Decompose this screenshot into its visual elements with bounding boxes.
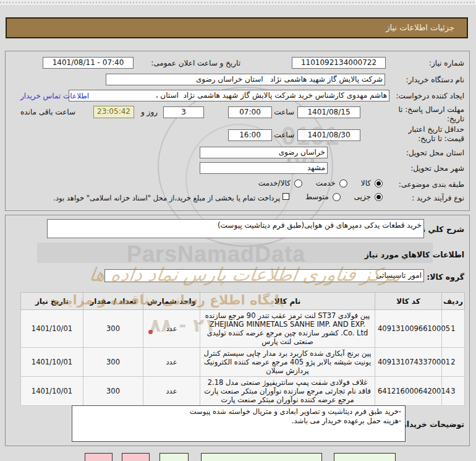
cell-unit: عدد: [143, 310, 200, 348]
goods-table-header-row: ردیف کد کالا نام کالا واحد شمارش تعداد /…: [21, 293, 465, 310]
need-number-field[interactable]: 1101092134000722: [292, 57, 386, 69]
classification-label: طبقه بندی موضوعی:: [399, 180, 464, 189]
goods-table: ردیف کد کالا نام کالا واحد شمارش تعداد /…: [20, 292, 465, 406]
cell-goods-code: 4091310096610005: [375, 310, 442, 348]
reply-deadline-label-line2: تاریخ:: [447, 114, 464, 123]
cell-goods-name: پین فولادی ST37 لنت ترمز عقب تندر 90 مرج…: [200, 310, 375, 348]
reply-deadline-hour-label: ساعت: [274, 108, 294, 116]
cell-unit: عدد: [143, 377, 200, 406]
col-header-row-number: ردیف: [442, 293, 465, 310]
reply-deadline-time-field[interactable]: 07:00: [228, 106, 272, 118]
action-button-5[interactable]: [334, 453, 396, 461]
delivery-city-label: شهر محل تحویل:: [410, 164, 464, 173]
request-creator-field[interactable]: هاشم مهدوی کارشناس خرید شرکت پالایش گاز …: [69, 90, 389, 101]
buyer-notes-label: توضیحات خریدار:: [399, 420, 464, 429]
goods-group-field[interactable]: امور تاسیساتی: [104, 269, 424, 282]
remaining-days-field[interactable]: 3: [163, 106, 204, 118]
days-and-label: روز و: [141, 108, 158, 116]
process-type-radio-minor[interactable]: [375, 193, 383, 201]
goods-group-label: گروه کالا:: [427, 272, 464, 282]
buyer-org-label: نام دستگاه خریدار:: [406, 75, 465, 84]
price-validity-date-field[interactable]: 1401/08/30: [297, 129, 360, 141]
col-header-quantity: تعداد / مقدار: [83, 293, 143, 310]
table-row: 3 6412160006420014 غلاف فولادی شفت پمپ س…: [21, 377, 465, 406]
process-type-option-minor-label: جزیی: [354, 192, 371, 201]
need-desc-field[interactable]: خرید قطعات یدکی دمپرهای فن هوایی(طبق فرم…: [47, 219, 424, 238]
goods-info-box: شرح کلي نیاز: خرید قطعات یدکی دمپرهای فن…: [5, 215, 470, 446]
countdown-timer: 23:05:42: [93, 106, 134, 118]
goods-section-header: اطلاعات کالاهاي مورد نیاز: [365, 250, 464, 259]
cell-quantity: 300: [83, 348, 143, 377]
cell-goods-name: غلاف فولادی شفت پمپ سانتریفیوژ صنعتی مدل…: [200, 377, 375, 406]
announce-datetime-field[interactable]: 1401/08/11 - 07:40: [43, 57, 134, 69]
delivery-province-field[interactable]: خراسان رضوی: [200, 147, 328, 158]
action-button-2[interactable]: [122, 453, 150, 461]
cell-quantity: 300: [83, 310, 143, 348]
table-row: 1 4091310096610005 پین فولادی ST37 لنت ت…: [21, 310, 465, 348]
buyer-contact-link[interactable]: اطلاعات تماس خریدار: [20, 92, 89, 100]
classification-option-goods-label: کالا: [361, 179, 371, 187]
announce-datetime-label: تاریخ و ساعت اعلان عمومی:: [151, 59, 240, 67]
classification-radio-service[interactable]: [339, 179, 347, 187]
process-type-label: نوع فرآیند خرید :: [412, 194, 464, 202]
process-type-option-medium-label: متوسط: [305, 192, 329, 201]
price-validity-time-field[interactable]: 16:00: [228, 129, 272, 141]
page-title: جزئیات اطلاعات نیاز: [6, 17, 468, 38]
cell-goods-name: پین برنج آبکاری شده کاربرد برد مدار چاپی…: [200, 348, 375, 377]
reply-deadline-date-field[interactable]: 1401/08/15: [297, 106, 360, 118]
buyer-org-field[interactable]: شرکت پالایش گاز شهید هاشمی نژاد استان خر…: [106, 74, 385, 85]
action-button-3[interactable]: [159, 453, 189, 461]
cell-need-date: 1401/10/01: [21, 348, 83, 377]
classification-radio-goods-service[interactable]: [294, 179, 302, 187]
delivery-city-field[interactable]: مشهد: [200, 162, 328, 174]
need-info-box: شماره نیاز: 1101092134000722 تاریخ و ساع…: [5, 51, 470, 211]
buyer-notes-field[interactable]: -خرید طبق فرم دیتاشیت و تصاویر ابعادی و …: [72, 405, 406, 442]
treasury-checkbox[interactable]: [283, 193, 289, 200]
delivery-province-label: استان محل تحویل:: [406, 149, 464, 157]
price-validity-label-line1: حداقل تاریخ اعتبار: [408, 125, 464, 134]
treasury-checkbox-label: پرداخت تمام یا بخشی از مبلغ خرید،از محل …: [53, 194, 280, 202]
col-header-unit: واحد شمارش: [143, 293, 200, 310]
cell-goods-code: 4091310743370001: [375, 348, 442, 377]
cell-goods-code: 6412160006420014: [375, 377, 442, 406]
classification-radio-goods[interactable]: [375, 179, 383, 187]
cell-need-date: 1401/10/01: [21, 310, 83, 348]
cell-need-date: 1401/10/01: [21, 377, 83, 406]
need-number-label: شماره نیاز:: [429, 59, 464, 67]
classification-option-service-label: خدمت: [316, 179, 336, 187]
action-button-1[interactable]: [85, 453, 113, 461]
hours-remaining-label: ساعت باقی مانده: [20, 108, 75, 116]
col-header-goods-code: کد کالا: [375, 293, 442, 310]
page-top-dotted-line: [0, 2, 476, 3]
request-creator-label: ایجاد کننده درخواست:: [396, 92, 464, 100]
price-validity-label-line2: قیمت: تا تاریخ:: [418, 134, 464, 143]
classification-option-goods-service-label: کالا/خدمت: [258, 179, 291, 187]
cell-quantity: 300: [83, 377, 143, 406]
reply-deadline-label-line1: مهلت ارسال پاسخ: تا: [398, 105, 464, 114]
col-header-goods-name: نام کالا: [200, 293, 375, 310]
table-row: 2 4091310743370001 پین برنج آبکاری شده ک…: [21, 348, 465, 377]
action-button-4[interactable]: [201, 453, 322, 461]
col-header-need-date: تاریخ نیاز: [21, 293, 83, 310]
process-type-radio-medium[interactable]: [333, 193, 341, 201]
cell-unit: عدد: [143, 348, 200, 377]
price-validity-hour-label: ساعت: [274, 131, 294, 139]
